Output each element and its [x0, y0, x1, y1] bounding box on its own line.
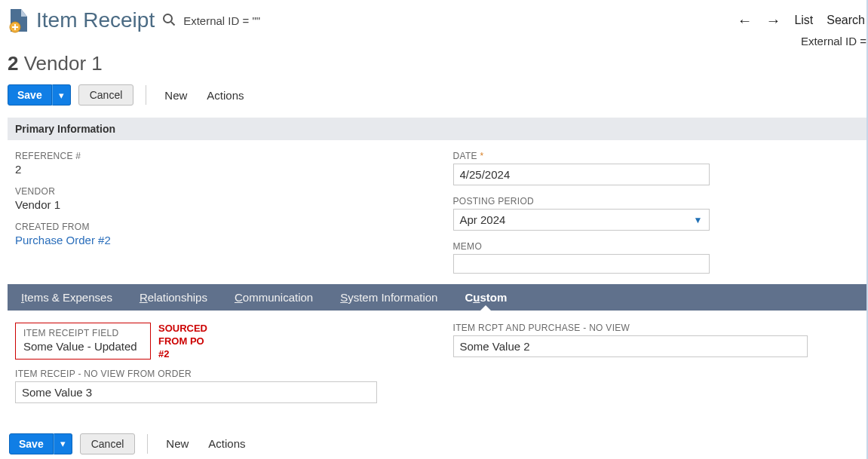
- tab-items-expenses[interactable]: Items & Expenses: [8, 284, 126, 311]
- posting-period-field: POSTING PERIOD Apr 2024 ▼: [453, 196, 861, 231]
- cancel-button-bottom[interactable]: Cancel: [80, 433, 136, 454]
- external-id-summary: External ID =: [8, 35, 868, 47]
- record-number: 2: [8, 52, 18, 75]
- item-receip-no-view-label: ITEM RECEIP - NO VIEW FROM ORDER: [15, 369, 423, 379]
- tab-system-information[interactable]: System Information: [327, 284, 451, 311]
- bottom-button-bar: Save ▾ Cancel New Actions: [8, 433, 868, 454]
- vendor-value: Vendor 1: [15, 198, 423, 211]
- save-button[interactable]: Save: [8, 84, 52, 106]
- tab-communication[interactable]: Communication: [221, 284, 327, 311]
- tab-relationships[interactable]: Relationships: [126, 284, 221, 311]
- date-field: DATE: [453, 151, 861, 185]
- reference-field: REFERENCE # 2: [15, 151, 423, 176]
- date-input[interactable]: [453, 164, 710, 185]
- new-button[interactable]: New: [158, 86, 193, 105]
- item-receipt-field-value: Some Value - Updated: [23, 340, 143, 353]
- page-title: Item Receipt: [36, 8, 155, 32]
- reference-value: 2: [15, 163, 423, 176]
- vendor-field: VENDOR Vendor 1: [15, 186, 423, 211]
- item-rcpt-purchase-noview-label: ITEM RCPT AND PURCHASE - NO VIEW: [453, 323, 861, 333]
- divider: [146, 85, 146, 105]
- item-receipt-field-callout: ITEM RECEIPT FIELD Some Value - Updated: [15, 323, 151, 360]
- cancel-button[interactable]: Cancel: [78, 84, 134, 106]
- memo-input[interactable]: [453, 254, 710, 274]
- svg-rect-2: [12, 26, 18, 28]
- record-vendor-name: Vendor 1: [24, 52, 103, 75]
- list-link[interactable]: List: [794, 14, 813, 27]
- next-arrow-icon[interactable]: →: [765, 12, 781, 29]
- chevron-down-icon: ▼: [694, 215, 703, 225]
- posting-period-value: Apr 2024: [460, 213, 506, 226]
- item-receipt-icon: [8, 8, 29, 33]
- actions-button-bottom[interactable]: Actions: [202, 434, 251, 453]
- filter-text: External ID = "": [183, 14, 260, 27]
- save-dropdown-caret[interactable]: ▾: [52, 84, 71, 106]
- item-receip-no-view-field: ITEM RECEIP - NO VIEW FROM ORDER: [15, 369, 423, 403]
- callout-annotation: SOURCED FROM PO #2: [158, 323, 207, 361]
- created-from-link[interactable]: Purchase Order #2: [15, 234, 111, 246]
- search-icon[interactable]: [162, 13, 176, 29]
- primary-information-header: Primary Information: [8, 118, 868, 140]
- tab-bar: Items & Expenses Relationships Communica…: [8, 284, 868, 311]
- created-from-label: CREATED FROM: [15, 222, 423, 232]
- record-subtitle: 2 Vendor 1: [8, 52, 868, 75]
- memo-label: MEMO: [453, 241, 861, 252]
- created-from-field: CREATED FROM Purchase Order #2: [15, 222, 423, 246]
- new-button-bottom[interactable]: New: [160, 434, 195, 453]
- item-rcpt-purchase-noview-input[interactable]: [453, 335, 808, 357]
- search-link[interactable]: Search: [827, 14, 865, 27]
- prev-arrow-icon[interactable]: ←: [737, 12, 752, 29]
- top-button-bar: Save ▾ Cancel New Actions: [8, 84, 868, 106]
- item-receipt-field-label: ITEM RECEIPT FIELD: [23, 328, 143, 338]
- save-split-button-bottom: Save ▾: [9, 433, 72, 454]
- tab-custom[interactable]: Custom: [451, 284, 520, 311]
- memo-field: MEMO: [453, 241, 861, 274]
- vendor-label: VENDOR: [15, 186, 423, 197]
- item-receip-no-view-input[interactable]: [15, 381, 377, 403]
- divider: [147, 434, 148, 454]
- svg-point-3: [164, 14, 172, 23]
- svg-line-4: [171, 22, 175, 26]
- save-split-button: Save ▾: [8, 84, 71, 106]
- item-rcpt-purchase-noview-field: ITEM RCPT AND PURCHASE - NO VIEW: [453, 323, 861, 357]
- save-button-bottom[interactable]: Save: [9, 433, 54, 454]
- save-dropdown-caret-bottom[interactable]: ▾: [54, 433, 72, 454]
- posting-period-select[interactable]: Apr 2024 ▼: [453, 209, 710, 231]
- actions-button[interactable]: Actions: [201, 86, 250, 105]
- reference-label: REFERENCE #: [15, 151, 423, 161]
- date-label: DATE: [453, 151, 861, 161]
- posting-period-label: POSTING PERIOD: [453, 196, 861, 207]
